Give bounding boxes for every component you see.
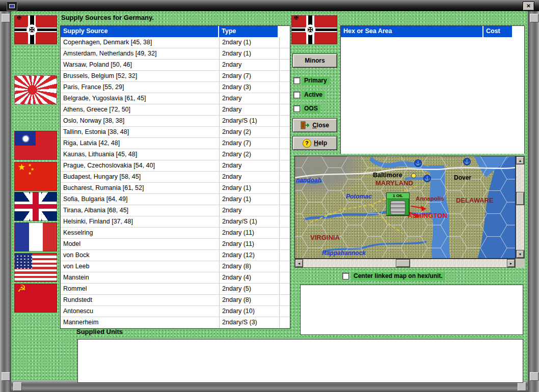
- table-row[interactable]: Bucharest, Rumania [61, 52]2ndary (1): [61, 183, 290, 194]
- map-vertical-scrollbar[interactable]: ▲ ▼: [516, 156, 525, 259]
- frame-handle-bottom-left-2[interactable]: [13, 382, 22, 391]
- center-linked-map-checkbox[interactable]: [342, 273, 349, 279]
- table-row[interactable]: Budapest, Hungary [58, 45]2ndary: [61, 172, 290, 183]
- row-pad-cell: [280, 239, 290, 249]
- star-icon: ★: [31, 167, 34, 172]
- frame-handle-top-right[interactable]: [530, 14, 538, 22]
- supply-source-cell: Riga, Latvia [42, 48]: [61, 138, 220, 149]
- flag-united-kingdom[interactable]: [14, 192, 57, 221]
- window-titlebar[interactable]: ✕: [0, 0, 539, 12]
- column-header-cost[interactable]: Cost: [483, 26, 513, 37]
- table-row[interactable]: Riga, Latvia [42, 48]2ndary (7): [61, 138, 290, 149]
- table-row[interactable]: Helsinki, Finland [37, 48]2ndary/S (1): [61, 216, 290, 228]
- active-checkbox[interactable]: [293, 92, 300, 98]
- map-horizontal-scrollbar[interactable]: ◄ ►: [294, 259, 516, 268]
- table-row[interactable]: Kaunas, Lithuania [45, 48]2ndary (2): [61, 149, 290, 160]
- column-header-hex-or-sea-area[interactable]: Hex or Sea Area: [341, 26, 483, 37]
- supply-source-cell: Bucharest, Rumania [61, 52]: [61, 183, 220, 193]
- flag-soviet-union[interactable]: ☭: [14, 284, 57, 313]
- column-header-pad: [279, 26, 290, 37]
- maltese-cross-icon: ✠: [294, 15, 298, 20]
- hex-info-listbox[interactable]: [300, 285, 523, 335]
- vertical-scroll-thumb[interactable]: [516, 192, 524, 205]
- window-close-button[interactable]: ✕: [523, 2, 534, 11]
- help-button[interactable]: ? Help: [292, 136, 337, 150]
- table-row[interactable]: Athens, Greece [72, 50]2ndary: [61, 104, 290, 116]
- scroll-right-button[interactable]: ►: [507, 259, 515, 267]
- oos-checkbox[interactable]: [293, 105, 300, 112]
- table-row[interactable]: Belgrade, Yugoslavia [61, 45]2ndary: [61, 93, 290, 104]
- column-header-type[interactable]: Type: [219, 26, 279, 37]
- table-row[interactable]: Warsaw, Poland [50, 46]2ndary: [61, 60, 290, 71]
- primary-checkbox[interactable]: [293, 77, 300, 84]
- table-row[interactable]: Manstein2ndary (4): [61, 272, 290, 284]
- supply-source-cell: Mannerheim: [61, 317, 220, 328]
- table-row[interactable]: Kesselring2ndary (11): [61, 228, 290, 239]
- close-button-label: Close: [312, 122, 329, 129]
- table-row[interactable]: Mannerheim2ndary/S (3): [61, 317, 290, 328]
- supplied-units-label: Supplied Units: [76, 328, 123, 335]
- map-view[interactable]: nandoah Baltimore MARYLAND Potomac Dover…: [294, 156, 516, 259]
- sun-icon: [23, 136, 29, 142]
- table-row[interactable]: Sofia, Bulgaria [64, 49]2ndary (1): [61, 194, 290, 205]
- supply-source-cell: Kesselring: [61, 228, 220, 238]
- scroll-up-button[interactable]: ▲: [516, 156, 524, 164]
- supplied-units-listbox[interactable]: [77, 339, 523, 383]
- minors-button[interactable]: Minors: [292, 53, 337, 68]
- frame-handle-bottom-left[interactable]: [2, 372, 10, 381]
- supply-source-cell: Rundstedt: [61, 295, 220, 305]
- row-pad-cell: [280, 317, 290, 328]
- row-pad-cell: [280, 306, 290, 317]
- hex-table-body[interactable]: [341, 37, 524, 154]
- frame-handle-top-left[interactable]: [2, 14, 10, 22]
- row-pad-cell: [280, 183, 290, 193]
- row-pad-cell: [280, 216, 290, 227]
- frame-handle-bottom-right[interactable]: [530, 372, 538, 381]
- table-row[interactable]: Amsterdam, Netherlands [49, 32]2ndary (1…: [61, 48, 290, 60]
- table-row[interactable]: Prague, Czechoslovakia [54, 40]2ndary: [61, 160, 290, 172]
- table-row[interactable]: Rommel2ndary (5): [61, 284, 290, 295]
- row-pad-cell: [280, 261, 290, 272]
- table-row[interactable]: Copenhagen, Denmark [45, 38]2ndary (1): [61, 37, 290, 48]
- supply-source-cell: Rommel: [61, 284, 220, 294]
- table-row[interactable]: von Leeb2ndary (8): [61, 261, 290, 272]
- table-row[interactable]: Tirana, Albania [68, 45]2ndary: [61, 205, 290, 216]
- flag-communist-china[interactable]: ★ ★ ★ ★: [14, 162, 57, 191]
- table-row[interactable]: Paris, France [55, 29]2ndary (3): [61, 82, 290, 93]
- flag-nationalist-china[interactable]: [14, 131, 57, 160]
- flag-japan[interactable]: [14, 75, 57, 104]
- supply-source-cell: Tallinn, Estonia [38, 48]: [61, 127, 220, 137]
- supply-source-cell: Kaunas, Lithuania [45, 48]: [61, 149, 220, 160]
- type-cell: 2ndary: [220, 93, 280, 104]
- type-cell: 2ndary (8): [220, 261, 280, 272]
- supply-source-cell: Athens, Greece [72, 50]: [61, 104, 220, 115]
- table-row[interactable]: Brussels, Belgium [52, 32]2ndary (7): [61, 71, 290, 82]
- star-icon: ★: [28, 171, 32, 176]
- table-row[interactable]: Tallinn, Estonia [38, 48]2ndary (2): [61, 127, 290, 138]
- minors-button-label: Minors: [305, 57, 325, 64]
- table-row[interactable]: von Bock2ndary (12): [61, 250, 290, 261]
- column-header-supply-source[interactable]: Supply Source: [61, 26, 219, 37]
- supply-source-cell: von Leeb: [61, 261, 220, 272]
- flag-united-states[interactable]: [14, 253, 57, 282]
- flag-france[interactable]: [14, 222, 57, 251]
- table-row[interactable]: Antonescu2ndary (10): [61, 306, 290, 317]
- table-row[interactable]: Model2ndary (11): [61, 239, 290, 250]
- row-pad-cell: [280, 172, 290, 182]
- anchor-icon: ⚓: [463, 158, 471, 165]
- table-row[interactable]: Oslo, Norway [38, 38]2ndary/S (1): [61, 116, 290, 127]
- scroll-left-button[interactable]: ◄: [295, 259, 303, 267]
- table-row[interactable]: Rundstedt2ndary (8): [61, 295, 290, 306]
- oil-unit-counter[interactable]: 1 OIL: [386, 192, 410, 216]
- scroll-down-button[interactable]: ▼: [516, 250, 524, 258]
- window-icon[interactable]: [7, 2, 17, 11]
- oil-unit-label: 1 OIL: [387, 193, 409, 199]
- close-button[interactable]: Close: [292, 118, 337, 132]
- selected-nation-flag-germany: ✠ ✠: [291, 15, 337, 44]
- row-pad-cell: [280, 149, 290, 160]
- supply-source-cell: Warsaw, Poland [50, 46]: [61, 60, 220, 70]
- supply-source-cell: Antonescu: [61, 306, 220, 317]
- frame-handle-bottom-right-2[interactable]: [518, 382, 526, 391]
- flag-germany[interactable]: ✠ ✠: [14, 15, 57, 44]
- horizontal-scroll-thumb[interactable]: [396, 259, 410, 267]
